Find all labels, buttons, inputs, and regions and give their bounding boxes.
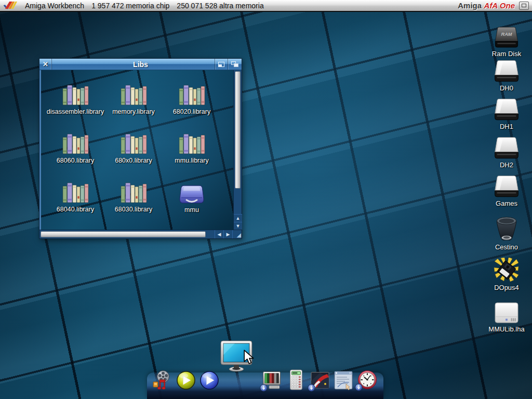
hard-drive-icon [492, 175, 521, 198]
desktop-icon-mmulib-lha[interactable]: MMULib.lha [480, 301, 532, 333]
horizontal-scroll-thumb[interactable] [41, 231, 206, 237]
file-label: 68060.library [57, 157, 94, 164]
file-icon-mmu[interactable]: mmu [163, 181, 221, 230]
dock-item-play-yellow[interactable] [176, 370, 196, 391]
brand-prefix-label: Amiga [458, 1, 482, 10]
file-label: memory.library [112, 108, 155, 115]
file-label: mmu.library [175, 157, 208, 164]
library-books-icon [120, 132, 147, 156]
commodity-badge-icon [260, 384, 268, 392]
file-label: mmu [184, 206, 199, 214]
menubar[interactable]: Amiga Workbench 1 957 472 memoria chip 2… [0, 0, 532, 12]
library-books-icon [120, 84, 147, 107]
scroll-right-button[interactable]: ▶ [223, 230, 232, 238]
desktop-icon-dh0[interactable]: DH0 [480, 59, 532, 92]
arrow-up-icon: ▲ [236, 216, 241, 221]
close-gadget[interactable]: ✕ [39, 59, 52, 70]
icon-label: DOpus4 [494, 284, 519, 291]
commodity-badge-icon [308, 384, 315, 392]
dock-item-clock[interactable] [357, 369, 378, 390]
dock-item-play-blue[interactable] [199, 370, 220, 391]
desktop-icon-dopus4[interactable]: DOpus4 [480, 258, 532, 291]
resize-icon: ◢ [237, 232, 241, 238]
icon-label: Cestino [495, 243, 518, 251]
file-icon-mmu-library[interactable]: mmu.library [163, 132, 221, 181]
file-label: disassembler.library [47, 108, 104, 115]
library-books-icon [120, 181, 147, 205]
file-label: 680x0.library [115, 157, 152, 164]
media-play-yellow-icon [176, 370, 196, 391]
icon-label: DH2 [500, 161, 513, 169]
file-label: 68030.library [115, 206, 152, 213]
amiga-workbench-screen: Amiga Workbench 1 957 472 memoria chip 2… [0, 0, 532, 399]
icon-label: DH0 [500, 84, 513, 92]
scroll-down-button[interactable]: ▼ [234, 222, 242, 230]
other-memory-label: 250 071 528 altra memoria [177, 2, 263, 10]
trash-can-icon [495, 216, 518, 242]
prefs-window-icon [333, 370, 354, 391]
ram-disk-icon [493, 26, 521, 49]
dopus-disk-icon [493, 258, 520, 283]
close-icon: ✕ [43, 61, 48, 68]
desktop-icon-cestino[interactable]: Cestino [480, 216, 532, 251]
library-books-icon [62, 181, 89, 205]
zoom-icon [218, 62, 224, 67]
mouse-cursor-icon [243, 350, 256, 365]
dock-item-calculator[interactable] [286, 369, 306, 391]
depth-icon [231, 61, 238, 67]
dock-item-image-viewer[interactable] [310, 370, 330, 391]
file-icon-680x0-library[interactable]: 680x0.library [104, 132, 163, 181]
dock-item-prefs-window[interactable] [333, 370, 354, 391]
icon-label: MMULib.lha [488, 325, 524, 333]
arrow-right-icon: ▶ [227, 232, 230, 237]
icon-label: DH1 [500, 123, 513, 130]
file-icon-68040-library[interactable]: 68040.library [46, 181, 104, 230]
vertical-scrollbar[interactable]: ▲ ▼ [233, 70, 242, 230]
chip-memory-label: 1 957 472 memoria chip [91, 2, 169, 10]
libs-window-content[interactable]: disassembler.library memory.library 6802… [41, 70, 233, 230]
calculator-icon [286, 369, 306, 391]
file-icon-68060-library[interactable]: 68060.library [46, 132, 104, 181]
blue-drive-icon [179, 183, 205, 205]
media-play-blue-icon [199, 370, 220, 391]
file-label: 68020.library [173, 108, 210, 115]
vertical-scroll-thumb[interactable] [235, 71, 241, 189]
file-icon-disassembler-library[interactable]: disassembler.library [46, 84, 104, 132]
file-label: 68040.library [57, 206, 94, 213]
horizontal-scrollbar[interactable] [39, 230, 215, 238]
dock-item-screen-test[interactable] [262, 370, 283, 391]
depth-gadget[interactable] [228, 59, 242, 70]
hard-drive-icon [492, 59, 521, 83]
library-books-icon [62, 84, 89, 107]
file-icon-68030-library[interactable]: 68030.library [104, 181, 163, 230]
screen-depth-gadget[interactable] [519, 2, 529, 10]
dock-item-multimedia-player[interactable] [152, 370, 172, 391]
scroll-up-button[interactable]: ▲ [234, 214, 242, 222]
screen-depth-icon [522, 4, 526, 7]
file-icon-memory-library[interactable]: memory.library [104, 84, 163, 132]
desktop-icon-games[interactable]: Games [480, 175, 532, 207]
arrow-left-icon: ◀ [218, 232, 221, 237]
library-books-icon [178, 84, 205, 107]
libs-window[interactable]: ✕ Libs disassembler.library memory.libra… [39, 58, 242, 239]
desktop-icon-dh2[interactable]: DH2 [480, 136, 532, 169]
resize-gadget[interactable]: ◢ [232, 230, 242, 238]
commodity-badge-icon [355, 383, 363, 391]
library-books-icon [178, 132, 205, 156]
desktop-icon-ram-disk[interactable]: Ram Disk [480, 26, 532, 58]
zoom-gadget[interactable] [215, 59, 228, 70]
icon-label: Games [496, 200, 517, 207]
arrow-down-icon: ▼ [236, 223, 241, 229]
icon-label: Ram Disk [492, 50, 521, 58]
scroll-left-button[interactable]: ◀ [215, 230, 223, 238]
library-books-icon [62, 132, 89, 156]
desktop-icon-dh1[interactable]: DH1 [480, 98, 532, 130]
menubar-title: Amiga Workbench [25, 2, 84, 10]
archive-box-icon [494, 301, 520, 324]
brand-name-label: AfA One [484, 1, 515, 10]
file-icon-68020-library[interactable]: 68020.library [163, 84, 221, 132]
libs-window-titlebar[interactable]: ✕ Libs [39, 59, 242, 70]
amiga-logo-icon [3, 1, 18, 10]
hard-drive-icon [492, 98, 521, 122]
multimedia-player-icon [152, 370, 172, 391]
